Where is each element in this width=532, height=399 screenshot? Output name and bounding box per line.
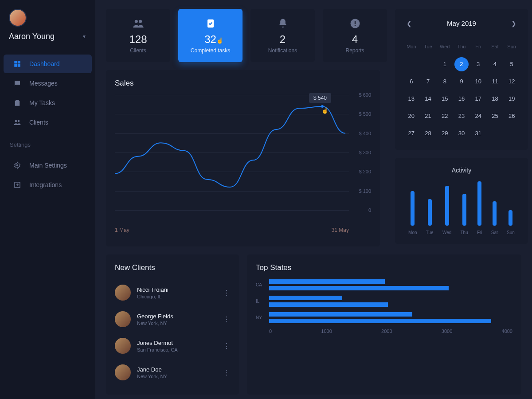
user-menu[interactable]: Aaron Young ▼: [9, 32, 86, 41]
calendar-dow: Mon: [404, 42, 419, 55]
stat-reports[interactable]: 4 Reports: [323, 9, 387, 62]
calendar-dow: Sat: [488, 42, 503, 55]
card-title: Sales: [115, 79, 371, 88]
stat-cards: 128 Clients 32 Completed tasks ☝ 2 Notif…: [106, 9, 387, 62]
calendar-day[interactable]: 24: [471, 108, 486, 124]
more-icon[interactable]: ⋮: [223, 368, 230, 377]
calendar-day[interactable]: 31: [471, 125, 486, 141]
top-states-card: Top States CAILNY01000200030004000: [247, 254, 521, 395]
stat-label: Reports: [345, 47, 364, 54]
chevron-down-icon: ▼: [82, 34, 86, 39]
svg-rect-1: [18, 61, 20, 63]
y-tick: $ 200: [359, 169, 371, 174]
card-title: New Clients: [115, 263, 230, 272]
calendar-day[interactable]: 10: [471, 74, 486, 89]
activity-chart: MonTueWedThuFriSatSun: [404, 182, 519, 235]
calendar-day[interactable]: 4: [488, 56, 503, 72]
calendar-day[interactable]: 23: [454, 108, 469, 124]
avatar: [115, 311, 131, 327]
calendar-day[interactable]: 20: [404, 108, 419, 124]
y-tick: 0: [368, 207, 371, 213]
sidebar-item-dashboard[interactable]: Dashboard: [4, 55, 92, 73]
stat-clients[interactable]: 128 Clients: [106, 9, 170, 62]
calendar-day[interactable]: 9: [454, 74, 469, 89]
calendar-day[interactable]: 3: [471, 56, 486, 72]
calendar-day[interactable]: 14: [421, 91, 436, 106]
more-icon[interactable]: ⋮: [223, 315, 230, 324]
calendar-day[interactable]: 30: [454, 125, 469, 141]
card-title: Activity: [404, 167, 519, 174]
calendar-day[interactable]: 21: [421, 108, 436, 124]
people-icon: [132, 17, 145, 30]
sidebar-item-tasks[interactable]: My Tasks: [4, 94, 92, 112]
calendar-day[interactable]: 7: [421, 74, 436, 89]
calendar-day[interactable]: 6: [404, 74, 419, 89]
client-row[interactable]: Nicci TroianiChicago, IL⋮: [115, 279, 230, 306]
sidebar-item-integrations[interactable]: Integrations: [4, 176, 92, 194]
calendar-day[interactable]: 25: [488, 108, 503, 124]
calendar-day[interactable]: 8: [437, 74, 452, 89]
calendar-day[interactable]: 19: [504, 91, 519, 106]
client-name: George Fields: [137, 313, 217, 320]
state-row: CA: [256, 279, 512, 290]
chart-tooltip: $ 540: [309, 93, 331, 103]
y-tick: $ 500: [359, 111, 371, 117]
cursor-icon: ☝: [216, 37, 223, 44]
calendar-day[interactable]: 2: [454, 57, 469, 71]
clipboard-icon: [13, 99, 21, 107]
state-row: IL: [256, 296, 512, 307]
x-axis-start: 1 May: [115, 227, 129, 233]
stat-completed-tasks[interactable]: 32 Completed tasks ☝: [178, 9, 243, 62]
settings-section-label: Settings: [0, 133, 95, 152]
profile: Aaron Young ▼: [0, 9, 95, 50]
client-name: Jane Doe: [137, 366, 217, 373]
activity-bar-label: Fri: [477, 230, 482, 235]
calendar-dow: Thu: [454, 42, 469, 55]
calendar-day[interactable]: 1: [437, 56, 452, 72]
calendar-day[interactable]: 15: [437, 91, 452, 106]
stat-notifications[interactable]: 2 Notifications: [250, 9, 315, 62]
calendar-day[interactable]: 11: [488, 74, 503, 89]
calendar-day[interactable]: 13: [404, 91, 419, 106]
calendar-day[interactable]: 28: [421, 125, 436, 141]
activity-bar: Fri: [477, 181, 482, 235]
sidebar-item-settings[interactable]: Main Settings: [4, 156, 92, 175]
calendar-day[interactable]: 26: [504, 108, 519, 124]
clipboard-check-icon: [204, 17, 217, 30]
svg-rect-12: [354, 21, 355, 24]
calendar-day[interactable]: 29: [437, 125, 452, 141]
calendar-day[interactable]: 27: [404, 125, 419, 141]
more-icon[interactable]: ⋮: [223, 289, 230, 297]
avatar[interactable]: [9, 9, 27, 27]
calendar-dow: Sun: [504, 42, 519, 55]
sidebar-item-label: Clients: [29, 119, 48, 126]
client-row[interactable]: Jones DermotSan Francisco, CA⋮: [115, 332, 230, 359]
calendar-day[interactable]: 22: [437, 108, 452, 124]
x-tick: 3000: [442, 329, 452, 334]
client-row[interactable]: George FieldsNew York, NY⋮: [115, 306, 230, 332]
calendar-day[interactable]: 12: [504, 74, 519, 89]
calendar-day[interactable]: 18: [488, 91, 503, 106]
main-content: 128 Clients 32 Completed tasks ☝ 2 Notif…: [95, 0, 532, 399]
client-row[interactable]: Jane DoeNew York, NY⋮: [115, 359, 230, 386]
username: Aaron Young: [9, 32, 55, 41]
sidebar-item-clients[interactable]: Clients: [4, 113, 92, 132]
clients-list: Nicci TroianiChicago, IL⋮George FieldsNe…: [115, 279, 230, 386]
y-tick: $ 600: [359, 92, 371, 98]
activity-bar-label: Tue: [426, 230, 434, 235]
activity-card: Activity MonTueWedThuFriSatSun: [395, 158, 528, 244]
svg-point-4: [15, 120, 17, 122]
sales-card: Sales $ 600$ 500$ 400$ 300$ 200$ 1000$ 5…: [106, 70, 380, 246]
activity-bar: Wed: [442, 186, 451, 235]
card-title: Top States: [256, 263, 512, 272]
calendar-prev[interactable]: ❮: [407, 20, 412, 27]
nav-main: Dashboard Messages My Tasks Clients: [0, 55, 95, 132]
calendar-day[interactable]: 16: [454, 91, 469, 106]
sidebar-item-messages[interactable]: Messages: [4, 74, 92, 93]
more-icon[interactable]: ⋮: [223, 342, 230, 350]
calendar-day[interactable]: 5: [504, 56, 519, 72]
bell-icon: [277, 17, 289, 30]
y-tick: $ 300: [359, 150, 371, 155]
calendar-next[interactable]: ❯: [511, 20, 516, 27]
calendar-day[interactable]: 17: [471, 91, 486, 106]
